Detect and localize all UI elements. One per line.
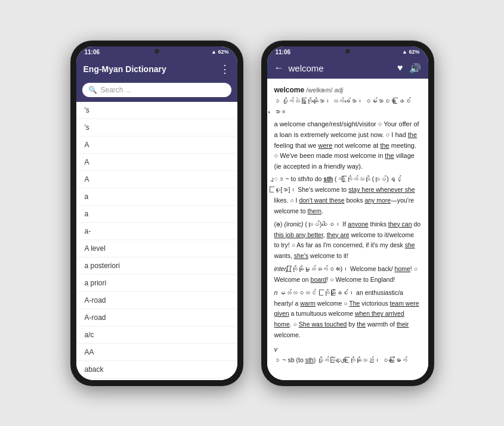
list-item[interactable]: a [76, 206, 237, 223]
part-of-speech: adj [335, 86, 344, 94]
list-item[interactable]: A [76, 154, 237, 171]
myanmar-definition-2: ျဒ ~ to sth/to do sth (က) ကြိုက်သလို (လု… [274, 174, 421, 216]
search-input-container[interactable]: 🔍 Search ... [82, 83, 231, 97]
status-icons-2: ▲ 62% [402, 49, 419, 55]
app-header-1: Eng-Myan Dictionary ⋮ [76, 58, 237, 80]
sound-icon[interactable]: 🔊 [409, 63, 421, 74]
status-icons-1: ▲ 62% [211, 49, 228, 55]
english-example-1: a welcome change/rest/sight/visitor ○ Yo… [274, 119, 421, 172]
search-icon: 🔍 [88, 86, 97, 94]
app-title: Eng-Myan Dictionary [84, 64, 166, 74]
search-placeholder: Search ... [101, 86, 131, 94]
list-item[interactable]: A level [76, 240, 237, 257]
favorite-icon[interactable]: ♥ [397, 63, 403, 73]
verb-definition: ၁ ~ sb (to sth) လှိုက်လဲပြုကျော ကြိုဆိုသ… [274, 355, 421, 366]
entry-word: welcome [274, 86, 305, 94]
myanmar-definition-1: ၁ လှိုက်လဲစွာကြိုဆိုသော၊ လက်ခံသော၊ ဝမ်းသ… [274, 96, 421, 117]
list-item[interactable]: a priori [76, 275, 237, 292]
word-list[interactable]: 's'sAAAaaa-A levela posterioria prioriA-… [76, 102, 237, 380]
list-item[interactable]: a- [76, 223, 237, 240]
detail-content: welcome /welkəm/ adj ၁ လှိုက်လဲစွာကြိုဆိ… [267, 79, 428, 380]
list-item[interactable]: 's [76, 119, 237, 136]
back-button[interactable]: ← [274, 63, 284, 73]
list-item[interactable]: A-road [76, 309, 237, 327]
status-bar-2: 11:06 ▲ 62% [267, 46, 428, 58]
list-item[interactable]: AA [76, 344, 237, 361]
search-bar: 🔍 Search ... [76, 80, 237, 102]
list-item[interactable]: a [76, 188, 237, 206]
detail-header-left: ← welcome [274, 63, 324, 73]
status-bar-1: 11:06 ▲ 62% [76, 46, 237, 58]
time-1: 11:06 [85, 49, 100, 55]
list-item[interactable]: aback [76, 361, 237, 378]
list-item[interactable]: A-road [76, 292, 237, 309]
list-item[interactable]: A [76, 171, 237, 188]
list-item[interactable]: A [76, 136, 237, 154]
interj-definition: interj (ကြိုဆိုမှုတ်ဆက်စကား)၊ Welcome ba… [274, 264, 421, 285]
phone-1: 11:06 ▲ 62% Eng-Myan Dictionary ⋮ 🔍 Sear… [70, 41, 243, 386]
detail-header: ← welcome ♥ 🔊 [267, 58, 428, 79]
noun-definition: n မတ်လဝတင်၊ ကြိုဆိုခြင်း၊ an enthusiasti… [274, 288, 421, 341]
list-item[interactable]: a posteriori [76, 257, 237, 275]
signal-1: ▲ 62% [211, 49, 228, 55]
list-item[interactable]: 's [76, 102, 237, 119]
detail-header-icons: ♥ 🔊 [397, 63, 421, 74]
list-item[interactable]: a/c [76, 327, 237, 344]
myanmar-definition-3: (ə) (ironic) (လုပ်)ပါစေ၊ If anyone think… [274, 219, 421, 262]
signal-2: ▲ 62% [402, 49, 419, 55]
pronunciation: /welkəm/ [306, 86, 332, 94]
phone-2: 11:06 ▲ 62% ← welcome ♥ 🔊 welcome / [261, 41, 434, 386]
verb-label: v [274, 344, 421, 355]
phone-1-screen: 11:06 ▲ 62% Eng-Myan Dictionary ⋮ 🔍 Sear… [76, 46, 237, 380]
time-2: 11:06 [276, 49, 291, 55]
phones-container: 11:06 ▲ 62% Eng-Myan Dictionary ⋮ 🔍 Sear… [70, 41, 434, 386]
phone-2-screen: 11:06 ▲ 62% ← welcome ♥ 🔊 welcome / [267, 46, 428, 380]
menu-icon[interactable]: ⋮ [219, 63, 230, 76]
detail-word-title: welcome [289, 63, 324, 73]
